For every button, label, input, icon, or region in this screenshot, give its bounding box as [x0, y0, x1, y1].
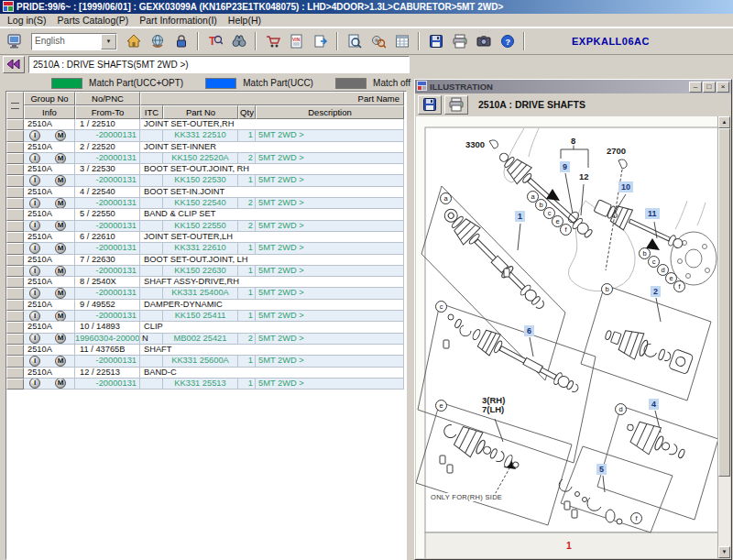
memo-button[interactable]: M: [55, 221, 66, 232]
row-selector[interactable]: [6, 119, 24, 130]
memo-button[interactable]: M: [55, 266, 66, 277]
info-button[interactable]: I: [29, 221, 40, 232]
back-button[interactable]: [3, 56, 25, 73]
row-selector[interactable]: [6, 175, 24, 186]
menu-parts-catalog-p[interactable]: Parts Catalog(P): [54, 15, 137, 26]
memo-button[interactable]: M: [55, 130, 66, 141]
menu-log-in-s[interactable]: Log in(S): [4, 15, 54, 26]
part-detail-row-3[interactable]: IM-20000131KK150 2253015MT 2WD >: [6, 175, 406, 186]
info-button[interactable]: I: [29, 379, 40, 390]
cart-icon[interactable]: [261, 30, 284, 52]
part-group-row-8[interactable]: 2510A8 / 2540XSHAFT ASSY-DRIVE,RH: [6, 277, 406, 288]
part-group-row-12[interactable]: 2510A12 / 22513BAND-C: [6, 368, 406, 379]
parts-search-icon[interactable]: [366, 30, 389, 52]
text-search-icon[interactable]: T: [203, 30, 226, 52]
info-button[interactable]: I: [29, 175, 40, 186]
document-search-icon[interactable]: [343, 30, 366, 52]
row-selector[interactable]: [6, 153, 24, 164]
memo-button[interactable]: M: [55, 288, 66, 299]
scroll-down-button[interactable]: ▼: [718, 546, 730, 558]
menu-help-h[interactable]: Help(H): [224, 15, 268, 26]
save-illustration-button[interactable]: [418, 95, 442, 115]
row-selector[interactable]: [6, 209, 24, 220]
memo-button[interactable]: M: [55, 334, 66, 345]
section-title-field[interactable]: [28, 56, 410, 73]
camera-icon[interactable]: [472, 30, 495, 52]
illustration-scrollbar[interactable]: ▲ ▼: [717, 116, 730, 558]
part-detail-row-9[interactable]: IM-20000131KK150 2541115MT 2WD >: [6, 311, 406, 322]
row-selector[interactable]: [6, 164, 24, 175]
vin-document-icon[interactable]: VIN: [285, 30, 308, 52]
part-group-row-4[interactable]: 2510A4 / 22540BOOT SET-IN.JOINT: [6, 187, 406, 198]
part-detail-row-5[interactable]: IM-20000131KK150 2255025MT 2WD >: [6, 221, 406, 232]
info-button[interactable]: I: [29, 153, 40, 164]
row-selector[interactable]: [6, 288, 24, 299]
print-illustration-button[interactable]: [444, 95, 468, 115]
part-detail-row-10[interactable]: IM19960304-2000013NMB002 2542125MT 2WD >: [6, 334, 406, 345]
memo-button[interactable]: M: [55, 198, 66, 209]
minimize-button[interactable]: –: [689, 82, 702, 93]
row-selector[interactable]: [6, 368, 24, 379]
binoculars-icon[interactable]: [227, 30, 250, 52]
part-group-row-7[interactable]: 2510A7 / 22630BOOT SET-OUT.JOINT, LH: [6, 255, 406, 266]
info-button[interactable]: I: [29, 130, 40, 141]
row-selector[interactable]: [6, 130, 24, 141]
memo-button[interactable]: M: [55, 175, 66, 186]
part-group-row-11[interactable]: 2510A11 / 43765BSHAFT: [6, 345, 406, 356]
part-detail-row-2[interactable]: IM-20000131KK150 22520A25MT 2WD >: [6, 153, 406, 164]
part-group-row-3[interactable]: 2510A3 / 22530BOOT SET-OUT.JOINT, RH: [6, 164, 406, 175]
row-selector[interactable]: [6, 356, 24, 367]
row-selector[interactable]: [6, 142, 24, 153]
row-selector[interactable]: [6, 322, 24, 333]
info-button[interactable]: I: [29, 266, 40, 277]
memo-button[interactable]: M: [55, 311, 66, 322]
row-selector[interactable]: [6, 187, 24, 198]
info-button[interactable]: I: [29, 288, 40, 299]
memo-button[interactable]: M: [55, 153, 66, 164]
row-selector[interactable]: [6, 266, 24, 277]
part-group-row-2[interactable]: 2510A2 / 22520JOINT SET-INNER: [6, 142, 406, 153]
part-detail-row-8[interactable]: IM-20000131KK331 25400A15MT 2WD >: [6, 288, 406, 299]
save-icon[interactable]: [424, 30, 447, 52]
row-selector[interactable]: [6, 243, 24, 254]
row-selector[interactable]: [6, 255, 24, 266]
part-group-row-10[interactable]: 2510A10 / 14893CLIP: [6, 322, 406, 333]
info-button[interactable]: I: [29, 243, 40, 254]
row-selector[interactable]: [6, 232, 24, 243]
help-icon[interactable]: ?: [496, 30, 519, 52]
part-detail-row-6[interactable]: IM-20000131KK331 2261015MT 2WD >: [6, 243, 406, 254]
export-icon[interactable]: [309, 30, 332, 52]
part-group-row-1[interactable]: 2510A1 / 22510JOINT SET-OUTER,RH: [6, 119, 406, 130]
row-selector[interactable]: [6, 334, 24, 345]
scroll-up-button[interactable]: ▲: [718, 116, 730, 128]
part-group-row-5[interactable]: 2510A5 / 22550BAND & CLIP SET: [6, 209, 406, 220]
info-button[interactable]: I: [29, 356, 40, 367]
language-select[interactable]: English▼: [31, 33, 117, 50]
row-selector[interactable]: [6, 277, 24, 288]
info-button[interactable]: I: [29, 334, 40, 345]
part-detail-row-1[interactable]: IM-20000131KK331 2251015MT 2WD >: [6, 130, 406, 141]
row-selector[interactable]: [6, 311, 24, 322]
memo-button[interactable]: M: [55, 356, 66, 367]
globe-icon[interactable]: [146, 30, 169, 52]
part-group-row-9[interactable]: 2510A9 / 49552DAMPER-DYNAMIC: [6, 300, 406, 311]
menu-part-information-i[interactable]: Part Information(I): [136, 15, 224, 26]
scrollbar-thumb[interactable]: [718, 128, 730, 477]
row-selector[interactable]: [6, 198, 24, 209]
part-detail-row-12[interactable]: IM-20000131KK331 2551315MT 2WD >: [6, 379, 406, 390]
part-group-row-6[interactable]: 2510A6 / 22610JOINT SET-OUTER,LH: [6, 232, 406, 243]
info-button[interactable]: I: [29, 311, 40, 322]
part-detail-row-4[interactable]: IM-20000131KK150 2254025MT 2WD >: [6, 198, 406, 209]
row-selector[interactable]: [6, 345, 24, 356]
memo-button[interactable]: M: [55, 243, 66, 254]
home-icon[interactable]: [122, 30, 145, 52]
row-selector[interactable]: [6, 221, 24, 232]
close-button[interactable]: ×: [717, 82, 729, 93]
schedule-icon[interactable]: [390, 30, 413, 52]
part-detail-row-11[interactable]: IM-20000131KK331 25600A15MT 2WD >: [6, 356, 406, 367]
lock-icon[interactable]: [170, 30, 192, 52]
info-button[interactable]: I: [29, 198, 40, 209]
part-detail-row-7[interactable]: IM-20000131KK150 2263015MT 2WD >: [6, 266, 406, 277]
dropdown-arrow-icon[interactable]: ▼: [101, 34, 116, 49]
row-selector[interactable]: [6, 379, 24, 390]
